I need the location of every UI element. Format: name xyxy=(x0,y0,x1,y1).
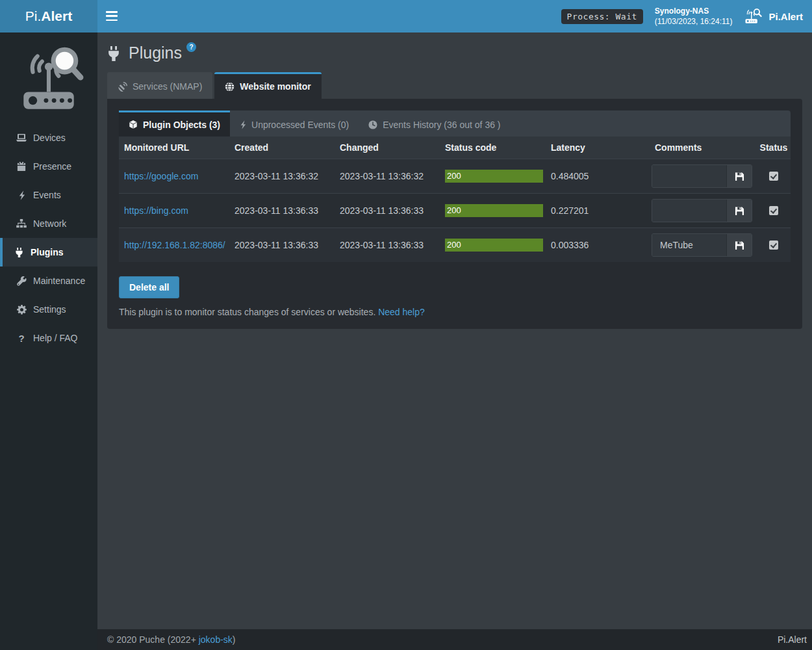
monitored-url-link[interactable]: https://google.com xyxy=(124,171,198,181)
column-header: Created xyxy=(229,136,335,159)
footer: © 2020 Puche (2022+ jokob-sk) Pi.Alert xyxy=(97,629,812,650)
sidebar-item-plugins[interactable]: Plugins xyxy=(0,238,97,266)
content-area: Plugins ? Services (NMAP) Website monito… xyxy=(97,32,812,629)
tab-label: Website monitor xyxy=(240,81,311,92)
column-header: Comments xyxy=(646,136,757,159)
bolt-icon xyxy=(16,190,27,200)
router-magnifier-logo-icon xyxy=(12,42,85,114)
created-cell: 2023-03-11 13:36:33 xyxy=(229,194,335,228)
clock-icon xyxy=(368,120,377,129)
need-help-link[interactable]: Need help? xyxy=(378,307,425,317)
sitemap-icon xyxy=(16,219,27,228)
status-code-bar: 200 xyxy=(445,239,543,252)
save-comment-button[interactable] xyxy=(726,234,752,256)
plugin-objects-table: Monitored URL Created Changed Status cod… xyxy=(119,136,791,262)
changed-cell: 2023-03-11 13:36:33 xyxy=(335,228,440,263)
brand-logo[interactable]: Pi.Alert xyxy=(0,0,97,32)
column-header: Status xyxy=(757,136,791,159)
sidebar-item-network[interactable]: Network xyxy=(0,209,97,238)
router-magnifier-icon xyxy=(744,8,763,25)
column-header: Monitored URL xyxy=(119,136,229,159)
title-help-badge[interactable]: ? xyxy=(186,42,196,52)
sidebar-item-label: Events xyxy=(33,190,61,200)
save-icon xyxy=(735,240,744,250)
app-logo xyxy=(0,32,97,118)
tab-plugin-objects[interactable]: Plugin Objects (3) xyxy=(119,110,230,136)
copyright-prefix: © 2020 Puche (2022+ xyxy=(107,634,199,645)
website-monitor-panel: Plugin Objects (3) Unprocessed Events (0… xyxy=(107,99,802,329)
column-header: Latency xyxy=(546,136,646,159)
save-icon xyxy=(735,172,744,181)
question-icon: ? xyxy=(16,333,27,344)
table-row: http://192.168.1.82:8086/ 2023-03-11 13:… xyxy=(119,228,791,263)
changed-cell: 2023-03-11 13:36:32 xyxy=(335,159,440,194)
sidebar-item-label: Devices xyxy=(33,133,66,143)
delete-all-button[interactable]: Delete all xyxy=(119,276,179,298)
host-name: Synology-NAS xyxy=(655,6,733,16)
tab-label: Plugin Objects (3) xyxy=(143,120,220,130)
column-header: Status code xyxy=(440,136,546,159)
plugin-description: This plugin is to monitor status changes… xyxy=(119,307,791,317)
table-row: https://bing.com 2023-03-11 13:36:33 202… xyxy=(119,194,791,228)
status-checkbox[interactable] xyxy=(769,172,778,181)
save-comment-button[interactable] xyxy=(726,165,752,187)
satellite-dish-icon xyxy=(118,82,127,92)
sidebar-item-help-faq[interactable]: ? Help / FAQ xyxy=(0,324,97,352)
status-checkbox[interactable] xyxy=(769,240,778,250)
copyright-suffix: ) xyxy=(233,634,236,645)
sidebar-item-maintenance[interactable]: Maintenance xyxy=(0,266,97,295)
comment-input[interactable] xyxy=(652,234,726,256)
sidebar-item-settings[interactable]: Settings xyxy=(0,295,97,324)
sidebar: Devices Presence Events Network Plugins xyxy=(0,32,97,650)
page-title-label: Plugins xyxy=(129,44,182,62)
tab-services-nmap[interactable]: Services (NMAP) xyxy=(107,72,212,99)
comment-input[interactable] xyxy=(652,200,726,222)
plug-icon xyxy=(107,46,120,61)
comment-input-group xyxy=(652,164,752,188)
cube-icon xyxy=(129,120,138,129)
plugin-tabs: Services (NMAP) Website monitor xyxy=(107,72,802,99)
process-status-badge: Process: Wait xyxy=(561,9,643,24)
sidebar-item-label: Network xyxy=(33,218,66,229)
sidebar-item-presence[interactable]: Presence xyxy=(0,152,97,181)
footer-brand: Pi.Alert xyxy=(778,634,807,645)
monitored-url-link[interactable]: http://192.168.1.82:8086/ xyxy=(124,240,225,250)
latency-cell: 0.484005 xyxy=(546,159,646,194)
tab-events-history[interactable]: Events History (36 out of 36 ) xyxy=(359,110,510,136)
bolt-icon xyxy=(240,120,246,129)
status-checkbox[interactable] xyxy=(769,206,778,215)
created-cell: 2023-03-11 13:36:33 xyxy=(229,228,335,263)
latency-cell: 0.227201 xyxy=(546,194,646,228)
hamburger-menu-icon[interactable] xyxy=(106,11,118,21)
sidebar-menu: Devices Presence Events Network Plugins xyxy=(0,124,97,352)
gear-icon xyxy=(16,305,27,315)
brand-prefix: Pi. xyxy=(25,8,42,24)
brand-bold: Alert xyxy=(41,8,72,24)
calendar-icon xyxy=(16,162,27,171)
save-icon xyxy=(735,206,744,216)
sidebar-item-label: Settings xyxy=(33,304,66,315)
tab-unprocessed-events[interactable]: Unprocessed Events (0) xyxy=(230,110,359,136)
sidebar-item-label: Plugins xyxy=(31,247,64,257)
created-cell: 2023-03-11 13:36:32 xyxy=(229,159,335,194)
sidebar-item-label: Maintenance xyxy=(33,276,85,286)
save-comment-button[interactable] xyxy=(726,200,752,222)
table-header-row: Monitored URL Created Changed Status cod… xyxy=(119,136,791,159)
copyright: © 2020 Puche (2022+ jokob-sk) xyxy=(107,634,236,645)
jokob-sk-link[interactable]: jokob-sk xyxy=(199,634,233,645)
wrench-icon xyxy=(16,276,27,286)
page-title: Plugins ? xyxy=(107,44,802,62)
navbar-brand: Pi.Alert xyxy=(744,8,803,25)
tab-label: Events History (36 out of 36 ) xyxy=(383,120,500,130)
comment-input[interactable] xyxy=(652,165,726,187)
sidebar-item-events[interactable]: Events xyxy=(0,181,97,209)
navbar-right: Process: Wait Synology-NAS (11/03/2023, … xyxy=(561,0,812,32)
monitored-url-link[interactable]: https://bing.com xyxy=(124,205,188,216)
sidebar-item-label: Presence xyxy=(33,161,71,172)
comment-input-group xyxy=(652,233,752,257)
sidebar-item-devices[interactable]: Devices xyxy=(0,124,97,152)
tab-website-monitor[interactable]: Website monitor xyxy=(214,72,321,99)
description-text: This plugin is to monitor status changes… xyxy=(119,307,375,317)
globe-icon xyxy=(225,82,235,92)
navbar-brand-label: Pi.Alert xyxy=(768,11,803,22)
